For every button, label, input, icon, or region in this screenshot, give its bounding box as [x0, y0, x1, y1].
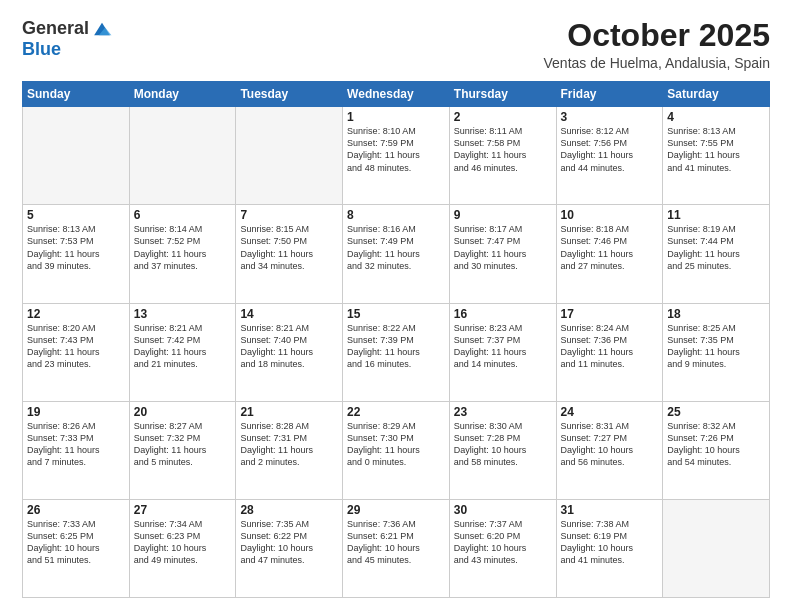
table-row: [129, 107, 236, 205]
th-wednesday: Wednesday: [343, 82, 450, 107]
table-row: 24Sunrise: 8:31 AMSunset: 7:27 PMDayligh…: [556, 401, 663, 499]
day-info: Sunrise: 8:18 AMSunset: 7:46 PMDaylight:…: [561, 223, 659, 272]
day-info: Sunrise: 8:20 AMSunset: 7:43 PMDaylight:…: [27, 322, 125, 371]
table-row: 8Sunrise: 8:16 AMSunset: 7:49 PMDaylight…: [343, 205, 450, 303]
day-number: 19: [27, 405, 125, 419]
th-monday: Monday: [129, 82, 236, 107]
day-number: 4: [667, 110, 765, 124]
day-number: 30: [454, 503, 552, 517]
day-info: Sunrise: 8:30 AMSunset: 7:28 PMDaylight:…: [454, 420, 552, 469]
table-row: 21Sunrise: 8:28 AMSunset: 7:31 PMDayligh…: [236, 401, 343, 499]
table-row: 31Sunrise: 7:38 AMSunset: 6:19 PMDayligh…: [556, 499, 663, 597]
table-row: 1Sunrise: 8:10 AMSunset: 7:59 PMDaylight…: [343, 107, 450, 205]
table-row: 29Sunrise: 7:36 AMSunset: 6:21 PMDayligh…: [343, 499, 450, 597]
day-number: 12: [27, 307, 125, 321]
calendar-week-row: 26Sunrise: 7:33 AMSunset: 6:25 PMDayligh…: [23, 499, 770, 597]
table-row: 4Sunrise: 8:13 AMSunset: 7:55 PMDaylight…: [663, 107, 770, 205]
day-number: 10: [561, 208, 659, 222]
location-title: Ventas de Huelma, Andalusia, Spain: [544, 55, 771, 71]
table-row: 18Sunrise: 8:25 AMSunset: 7:35 PMDayligh…: [663, 303, 770, 401]
table-row: 19Sunrise: 8:26 AMSunset: 7:33 PMDayligh…: [23, 401, 130, 499]
day-info: Sunrise: 7:34 AMSunset: 6:23 PMDaylight:…: [134, 518, 232, 567]
day-number: 8: [347, 208, 445, 222]
day-info: Sunrise: 8:19 AMSunset: 7:44 PMDaylight:…: [667, 223, 765, 272]
day-info: Sunrise: 8:24 AMSunset: 7:36 PMDaylight:…: [561, 322, 659, 371]
day-info: Sunrise: 8:27 AMSunset: 7:32 PMDaylight:…: [134, 420, 232, 469]
table-row: 10Sunrise: 8:18 AMSunset: 7:46 PMDayligh…: [556, 205, 663, 303]
month-title: October 2025: [544, 18, 771, 53]
day-info: Sunrise: 8:13 AMSunset: 7:55 PMDaylight:…: [667, 125, 765, 174]
day-info: Sunrise: 8:31 AMSunset: 7:27 PMDaylight:…: [561, 420, 659, 469]
day-info: Sunrise: 8:10 AMSunset: 7:59 PMDaylight:…: [347, 125, 445, 174]
table-row: 20Sunrise: 8:27 AMSunset: 7:32 PMDayligh…: [129, 401, 236, 499]
th-sunday: Sunday: [23, 82, 130, 107]
day-info: Sunrise: 8:28 AMSunset: 7:31 PMDaylight:…: [240, 420, 338, 469]
day-number: 23: [454, 405, 552, 419]
table-row: 9Sunrise: 8:17 AMSunset: 7:47 PMDaylight…: [449, 205, 556, 303]
table-row: [236, 107, 343, 205]
day-info: Sunrise: 7:35 AMSunset: 6:22 PMDaylight:…: [240, 518, 338, 567]
day-info: Sunrise: 7:33 AMSunset: 6:25 PMDaylight:…: [27, 518, 125, 567]
day-info: Sunrise: 8:16 AMSunset: 7:49 PMDaylight:…: [347, 223, 445, 272]
day-number: 18: [667, 307, 765, 321]
table-row: 6Sunrise: 8:14 AMSunset: 7:52 PMDaylight…: [129, 205, 236, 303]
day-info: Sunrise: 7:38 AMSunset: 6:19 PMDaylight:…: [561, 518, 659, 567]
calendar-week-row: 12Sunrise: 8:20 AMSunset: 7:43 PMDayligh…: [23, 303, 770, 401]
day-number: 21: [240, 405, 338, 419]
day-info: Sunrise: 8:14 AMSunset: 7:52 PMDaylight:…: [134, 223, 232, 272]
logo-general: General: [22, 19, 89, 39]
day-info: Sunrise: 8:12 AMSunset: 7:56 PMDaylight:…: [561, 125, 659, 174]
th-thursday: Thursday: [449, 82, 556, 107]
logo-blue: Blue: [22, 40, 113, 60]
table-row: 27Sunrise: 7:34 AMSunset: 6:23 PMDayligh…: [129, 499, 236, 597]
table-row: 14Sunrise: 8:21 AMSunset: 7:40 PMDayligh…: [236, 303, 343, 401]
calendar: Sunday Monday Tuesday Wednesday Thursday…: [22, 81, 770, 598]
day-number: 26: [27, 503, 125, 517]
title-block: October 2025 Ventas de Huelma, Andalusia…: [544, 18, 771, 71]
day-info: Sunrise: 8:11 AMSunset: 7:58 PMDaylight:…: [454, 125, 552, 174]
day-info: Sunrise: 8:25 AMSunset: 7:35 PMDaylight:…: [667, 322, 765, 371]
calendar-week-row: 1Sunrise: 8:10 AMSunset: 7:59 PMDaylight…: [23, 107, 770, 205]
day-number: 25: [667, 405, 765, 419]
day-number: 17: [561, 307, 659, 321]
day-number: 27: [134, 503, 232, 517]
table-row: 17Sunrise: 8:24 AMSunset: 7:36 PMDayligh…: [556, 303, 663, 401]
table-row: [23, 107, 130, 205]
calendar-header-row: Sunday Monday Tuesday Wednesday Thursday…: [23, 82, 770, 107]
table-row: 13Sunrise: 8:21 AMSunset: 7:42 PMDayligh…: [129, 303, 236, 401]
day-number: 9: [454, 208, 552, 222]
day-info: Sunrise: 8:21 AMSunset: 7:42 PMDaylight:…: [134, 322, 232, 371]
table-row: 22Sunrise: 8:29 AMSunset: 7:30 PMDayligh…: [343, 401, 450, 499]
table-row: 5Sunrise: 8:13 AMSunset: 7:53 PMDaylight…: [23, 205, 130, 303]
day-number: 31: [561, 503, 659, 517]
logo: General Blue: [22, 18, 113, 60]
th-friday: Friday: [556, 82, 663, 107]
calendar-week-row: 19Sunrise: 8:26 AMSunset: 7:33 PMDayligh…: [23, 401, 770, 499]
day-number: 28: [240, 503, 338, 517]
day-info: Sunrise: 8:22 AMSunset: 7:39 PMDaylight:…: [347, 322, 445, 371]
day-number: 20: [134, 405, 232, 419]
day-number: 22: [347, 405, 445, 419]
table-row: 7Sunrise: 8:15 AMSunset: 7:50 PMDaylight…: [236, 205, 343, 303]
day-number: 14: [240, 307, 338, 321]
day-info: Sunrise: 8:21 AMSunset: 7:40 PMDaylight:…: [240, 322, 338, 371]
day-number: 1: [347, 110, 445, 124]
th-saturday: Saturday: [663, 82, 770, 107]
logo-text: General Blue: [22, 18, 113, 60]
table-row: 30Sunrise: 7:37 AMSunset: 6:20 PMDayligh…: [449, 499, 556, 597]
day-info: Sunrise: 7:37 AMSunset: 6:20 PMDaylight:…: [454, 518, 552, 567]
day-info: Sunrise: 8:15 AMSunset: 7:50 PMDaylight:…: [240, 223, 338, 272]
day-number: 6: [134, 208, 232, 222]
day-number: 11: [667, 208, 765, 222]
day-info: Sunrise: 8:32 AMSunset: 7:26 PMDaylight:…: [667, 420, 765, 469]
day-info: Sunrise: 8:13 AMSunset: 7:53 PMDaylight:…: [27, 223, 125, 272]
header: General Blue October 2025 Ventas de Huel…: [22, 18, 770, 71]
th-tuesday: Tuesday: [236, 82, 343, 107]
calendar-week-row: 5Sunrise: 8:13 AMSunset: 7:53 PMDaylight…: [23, 205, 770, 303]
day-info: Sunrise: 8:17 AMSunset: 7:47 PMDaylight:…: [454, 223, 552, 272]
day-number: 16: [454, 307, 552, 321]
table-row: 25Sunrise: 8:32 AMSunset: 7:26 PMDayligh…: [663, 401, 770, 499]
table-row: 23Sunrise: 8:30 AMSunset: 7:28 PMDayligh…: [449, 401, 556, 499]
day-number: 24: [561, 405, 659, 419]
table-row: 16Sunrise: 8:23 AMSunset: 7:37 PMDayligh…: [449, 303, 556, 401]
